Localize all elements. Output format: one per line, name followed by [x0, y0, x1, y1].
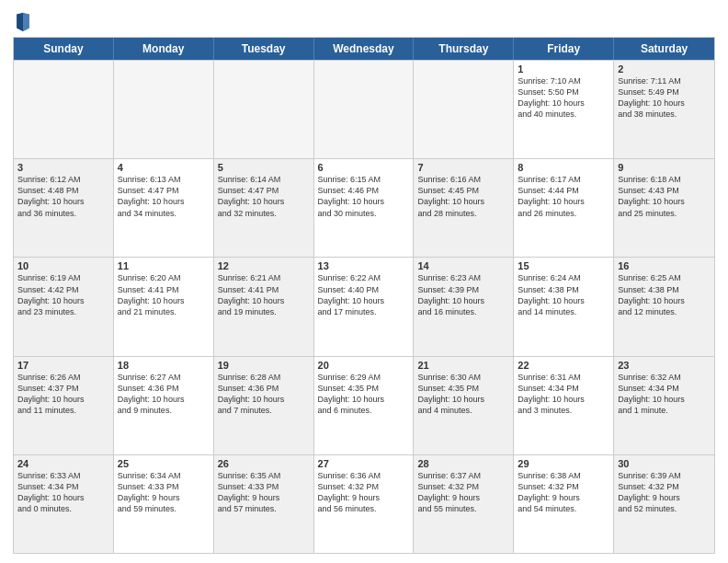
day-info: Sunrise: 7:11 AM Sunset: 5:49 PM Dayligh…: [618, 75, 711, 121]
header-day-tuesday: Tuesday: [214, 38, 314, 60]
svg-marker-2: [17, 13, 23, 31]
day-number: 22: [518, 360, 609, 371]
svg-marker-1: [23, 13, 29, 31]
day-number: 20: [318, 360, 410, 371]
calendar-cell-29: 29Sunrise: 6:38 AM Sunset: 4:32 PM Dayli…: [514, 455, 614, 553]
calendar-cell-19: 19Sunrise: 6:28 AM Sunset: 4:36 PM Dayli…: [214, 357, 314, 454]
day-info: Sunrise: 6:34 AM Sunset: 4:33 PM Dayligh…: [118, 470, 210, 515]
day-number: 13: [318, 260, 410, 271]
header-day-wednesday: Wednesday: [314, 38, 415, 60]
day-info: Sunrise: 6:20 AM Sunset: 4:41 PM Dayligh…: [118, 272, 210, 317]
day-info: Sunrise: 6:33 AM Sunset: 4:34 PM Dayligh…: [17, 470, 109, 515]
calendar-cell-empty-0-4: [414, 61, 514, 158]
calendar-body: 1Sunrise: 7:10 AM Sunset: 5:50 PM Daylig…: [14, 60, 714, 553]
calendar-cell-8: 8Sunrise: 6:17 AM Sunset: 4:44 PM Daylig…: [514, 159, 614, 257]
calendar-cell-13: 13Sunrise: 6:22 AM Sunset: 4:40 PM Dayli…: [314, 258, 415, 355]
day-info: Sunrise: 6:27 AM Sunset: 4:36 PM Dayligh…: [118, 372, 210, 417]
day-info: Sunrise: 6:26 AM Sunset: 4:37 PM Dayligh…: [17, 372, 109, 417]
day-number: 26: [218, 458, 310, 469]
day-info: Sunrise: 6:19 AM Sunset: 4:42 PM Dayligh…: [17, 272, 109, 317]
calendar-cell-25: 25Sunrise: 6:34 AM Sunset: 4:33 PM Dayli…: [114, 455, 214, 553]
calendar-cell-empty-0-1: [114, 61, 214, 158]
day-info: Sunrise: 6:15 AM Sunset: 4:46 PM Dayligh…: [318, 174, 410, 219]
day-number: 28: [417, 458, 509, 469]
day-number: 5: [218, 162, 310, 173]
day-info: Sunrise: 6:37 AM Sunset: 4:32 PM Dayligh…: [417, 470, 509, 515]
calendar-cell-23: 23Sunrise: 6:32 AM Sunset: 4:34 PM Dayli…: [614, 357, 714, 454]
calendar-cell-24: 24Sunrise: 6:33 AM Sunset: 4:34 PM Dayli…: [14, 455, 114, 553]
page: SundayMondayTuesdayWednesdayThursdayFrid…: [0, 0, 728, 563]
day-number: 21: [417, 360, 509, 371]
calendar-header: SundayMondayTuesdayWednesdayThursdayFrid…: [14, 38, 714, 60]
day-number: 23: [618, 360, 711, 371]
day-info: Sunrise: 6:28 AM Sunset: 4:36 PM Dayligh…: [218, 372, 310, 417]
day-number: 2: [618, 63, 711, 75]
day-number: 24: [17, 458, 109, 469]
header: [13, 9, 715, 31]
header-day-saturday: Saturday: [614, 38, 714, 60]
calendar-row-2: 10Sunrise: 6:19 AM Sunset: 4:42 PM Dayli…: [14, 257, 714, 355]
header-day-sunday: Sunday: [14, 38, 114, 60]
day-number: 6: [318, 162, 410, 173]
day-info: Sunrise: 6:17 AM Sunset: 4:44 PM Dayligh…: [518, 174, 609, 219]
calendar-cell-2: 2Sunrise: 7:11 AM Sunset: 5:49 PM Daylig…: [614, 61, 714, 158]
calendar-cell-28: 28Sunrise: 6:37 AM Sunset: 4:32 PM Dayli…: [414, 455, 514, 553]
day-info: Sunrise: 6:38 AM Sunset: 4:32 PM Dayligh…: [518, 470, 609, 515]
calendar-cell-21: 21Sunrise: 6:30 AM Sunset: 4:35 PM Dayli…: [414, 357, 514, 454]
day-number: 1: [518, 63, 609, 75]
day-info: Sunrise: 7:10 AM Sunset: 5:50 PM Dayligh…: [518, 75, 609, 121]
calendar-cell-empty-0-0: [14, 61, 114, 158]
day-number: 4: [118, 162, 210, 173]
day-info: Sunrise: 6:13 AM Sunset: 4:47 PM Dayligh…: [118, 174, 210, 219]
day-number: 25: [118, 458, 210, 469]
day-info: Sunrise: 6:36 AM Sunset: 4:32 PM Dayligh…: [318, 470, 410, 515]
calendar-cell-1: 1Sunrise: 7:10 AM Sunset: 5:50 PM Daylig…: [514, 61, 614, 158]
calendar-cell-18: 18Sunrise: 6:27 AM Sunset: 4:36 PM Dayli…: [114, 357, 214, 454]
day-number: 7: [417, 162, 509, 173]
calendar-cell-20: 20Sunrise: 6:29 AM Sunset: 4:35 PM Dayli…: [314, 357, 415, 454]
calendar-cell-6: 6Sunrise: 6:15 AM Sunset: 4:46 PM Daylig…: [314, 159, 415, 257]
calendar-cell-22: 22Sunrise: 6:31 AM Sunset: 4:34 PM Dayli…: [514, 357, 614, 454]
day-info: Sunrise: 6:12 AM Sunset: 4:48 PM Dayligh…: [17, 174, 109, 219]
day-number: 19: [218, 360, 310, 371]
day-info: Sunrise: 6:14 AM Sunset: 4:47 PM Dayligh…: [218, 174, 310, 219]
day-number: 27: [318, 458, 410, 469]
calendar-cell-30: 30Sunrise: 6:39 AM Sunset: 4:32 PM Dayli…: [614, 455, 714, 553]
day-info: Sunrise: 6:30 AM Sunset: 4:35 PM Dayligh…: [417, 372, 509, 417]
day-info: Sunrise: 6:39 AM Sunset: 4:32 PM Dayligh…: [618, 470, 711, 515]
calendar-cell-26: 26Sunrise: 6:35 AM Sunset: 4:33 PM Dayli…: [214, 455, 314, 553]
day-info: Sunrise: 6:31 AM Sunset: 4:34 PM Dayligh…: [518, 372, 609, 417]
calendar-cell-27: 27Sunrise: 6:36 AM Sunset: 4:32 PM Dayli…: [314, 455, 415, 553]
day-number: 18: [118, 360, 210, 371]
calendar-cell-14: 14Sunrise: 6:23 AM Sunset: 4:39 PM Dayli…: [414, 258, 514, 355]
day-info: Sunrise: 6:16 AM Sunset: 4:45 PM Dayligh…: [417, 174, 509, 219]
calendar-cell-empty-0-3: [314, 61, 415, 158]
header-day-friday: Friday: [514, 38, 614, 60]
day-info: Sunrise: 6:22 AM Sunset: 4:40 PM Dayligh…: [318, 272, 410, 317]
header-day-thursday: Thursday: [414, 38, 514, 60]
day-number: 15: [518, 260, 609, 271]
day-number: 30: [618, 458, 711, 469]
calendar-cell-4: 4Sunrise: 6:13 AM Sunset: 4:47 PM Daylig…: [114, 159, 214, 257]
day-info: Sunrise: 6:23 AM Sunset: 4:39 PM Dayligh…: [417, 272, 509, 317]
day-info: Sunrise: 6:21 AM Sunset: 4:41 PM Dayligh…: [218, 272, 310, 317]
day-info: Sunrise: 6:18 AM Sunset: 4:43 PM Dayligh…: [618, 174, 711, 219]
calendar-cell-11: 11Sunrise: 6:20 AM Sunset: 4:41 PM Dayli…: [114, 258, 214, 355]
day-number: 16: [618, 260, 711, 271]
day-number: 14: [417, 260, 509, 271]
day-number: 8: [518, 162, 609, 173]
calendar-row-1: 3Sunrise: 6:12 AM Sunset: 4:48 PM Daylig…: [14, 158, 714, 257]
day-info: Sunrise: 6:25 AM Sunset: 4:38 PM Dayligh…: [618, 272, 711, 317]
calendar-cell-10: 10Sunrise: 6:19 AM Sunset: 4:42 PM Dayli…: [14, 258, 114, 355]
calendar-cell-9: 9Sunrise: 6:18 AM Sunset: 4:43 PM Daylig…: [614, 159, 714, 257]
calendar-cell-15: 15Sunrise: 6:24 AM Sunset: 4:38 PM Dayli…: [514, 258, 614, 355]
day-number: 17: [17, 360, 109, 371]
calendar-cell-empty-0-2: [214, 61, 314, 158]
calendar-row-0: 1Sunrise: 7:10 AM Sunset: 5:50 PM Daylig…: [14, 60, 714, 158]
calendar-row-4: 24Sunrise: 6:33 AM Sunset: 4:34 PM Dayli…: [14, 454, 714, 553]
day-info: Sunrise: 6:24 AM Sunset: 4:38 PM Dayligh…: [518, 272, 609, 317]
calendar: SundayMondayTuesdayWednesdayThursdayFrid…: [13, 37, 715, 554]
day-info: Sunrise: 6:35 AM Sunset: 4:33 PM Dayligh…: [218, 470, 310, 515]
day-info: Sunrise: 6:29 AM Sunset: 4:35 PM Dayligh…: [318, 372, 410, 417]
day-number: 10: [17, 260, 109, 271]
